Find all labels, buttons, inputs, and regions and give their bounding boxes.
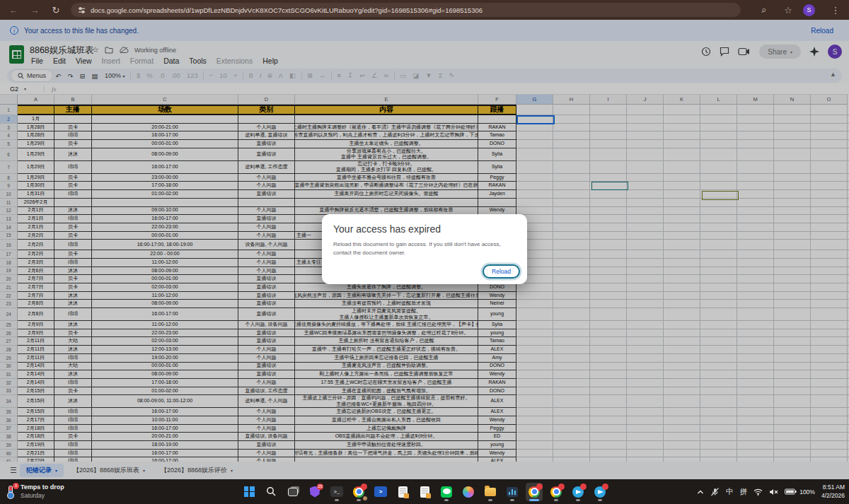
collapse-toolbar-icon[interactable]: ▲ [830, 71, 836, 78]
row-number[interactable]: 10 [0, 190, 18, 199]
cell-E6[interactable]: 分享游戏屏幕有点小，已提醒拉大。直播中 主播背景音乐过大，已提醒调整。 [295, 148, 478, 161]
cell-D21[interactable]: 直播错误 [238, 283, 295, 292]
cell-D19[interactable]: 个人问题 [238, 267, 295, 276]
cell-E28[interactable]: 直播中，主播有打哈欠一声，已提醒主播更正好状态，後续有改善。 [295, 346, 478, 354]
cell-D20[interactable]: 直播错误 [238, 275, 295, 283]
cell-F5[interactable]: DONO [478, 140, 516, 148]
cell-A21[interactable]: 2月7日 [18, 283, 54, 292]
cell-C15[interactable]: 00:00-01:00 [92, 232, 238, 240]
cell-C16[interactable]: 16:00-17:00, 18:00-19:00 [92, 240, 238, 250]
taskbar-app-chrome-profile-icon[interactable] [350, 483, 367, 501]
cell-E36[interactable]: 直播过程中，主播台面露出私人东西，已提醒收回 [295, 416, 478, 425]
row-number[interactable]: 29 [0, 354, 18, 363]
grid-empty-cells[interactable] [516, 250, 849, 259]
taskbar-clock[interactable]: 8:51 AM 4/2/2026 [821, 484, 845, 500]
menu-help[interactable]: Help [258, 56, 282, 66]
cell-B9[interactable]: 贝卡 [54, 182, 92, 190]
column-header-N[interactable]: N [774, 95, 811, 105]
grid-empty-cells[interactable] [516, 182, 849, 190]
cell-B35[interactable]: 绵绵 [54, 408, 92, 416]
undo-icon[interactable]: ↶ [52, 72, 64, 80]
taskbar-app-telegram-icon[interactable] [570, 483, 587, 501]
cell-B8[interactable]: 贝卡 [54, 174, 92, 182]
cell-A25[interactable]: 2月9日 [18, 321, 54, 329]
grid-empty-cells[interactable] [516, 370, 849, 379]
cell-F23[interactable]: Neinei [478, 300, 516, 308]
cell-D10[interactable]: 直播错误 [238, 190, 295, 199]
cell-D8[interactable]: 个人问题 [238, 174, 295, 182]
tray-expand-icon[interactable] [697, 489, 704, 495]
browser-profile-avatar[interactable]: S [803, 4, 815, 16]
cell-E24[interactable]: 上播时未开启麦克风需要提醒。主播人像授权让主播重新单次后恢复正常。 [295, 308, 478, 321]
cell-A18[interactable]: 2月3日 [18, 259, 54, 267]
cell-D29[interactable]: 个人问题 [238, 354, 295, 363]
cell-B3[interactable]: 贝卡 [54, 124, 92, 132]
cell-C27[interactable]: 02:00-03:00 [92, 337, 238, 346]
cell-B4[interactable]: 绵绵 [54, 131, 92, 140]
reload-icon[interactable]: ↻ [48, 2, 64, 18]
cell-B12[interactable]: 沐沐 [54, 207, 92, 216]
taskbar-app-shield-icon[interactable]: 25 [306, 483, 323, 501]
cell-C13[interactable]: 16:00-17:00 [92, 215, 238, 223]
grid-empty-cells[interactable] [516, 240, 849, 250]
zoom-icon[interactable]: ⌕ [756, 2, 772, 18]
grid-empty-cells[interactable] [516, 346, 849, 354]
cell-F31[interactable]: Wendy [478, 370, 516, 379]
cell-E34[interactable]: 主播迟上播三分钟 - 原因：直播码问题，已提醒主播後续留意，提前检查好。主播已报… [295, 395, 478, 408]
print-icon[interactable]: ⊟ [76, 72, 88, 80]
cell-A37[interactable]: 2月18日 [18, 425, 54, 433]
grid-empty-cells[interactable] [516, 337, 849, 346]
cell-A20[interactable]: 2月7日 [18, 275, 54, 283]
cell-D4[interactable]: 迟到早退, 直播错误 [238, 131, 295, 140]
grid-empty-cells[interactable] [516, 300, 849, 308]
cell-D12[interactable]: 个人问题 [238, 207, 295, 216]
cell-D17[interactable]: 个人问题 [238, 250, 295, 259]
taskbar-app-notepad-2-icon[interactable] [416, 483, 433, 501]
row-number[interactable]: 35 [0, 408, 18, 416]
row-number[interactable]: 15 [0, 232, 18, 240]
cell-E1[interactable]: 内容 [295, 105, 478, 115]
cell-E31[interactable]: 刚上播时人像上方露出一条黑线，已提醒主播调整后恢复正常 [295, 370, 478, 379]
column-header-B[interactable]: B [54, 95, 92, 105]
cell-E30[interactable]: 主播麦克风没声音，已提醒并协助调整。 [295, 363, 478, 371]
row-number[interactable]: 33 [0, 387, 18, 396]
cell-A30[interactable]: 2月14日 [18, 363, 54, 371]
cell-E29[interactable]: 主播中场上厕所回来忘记报备已回，已提醒主播 [295, 354, 478, 363]
cell-C29[interactable]: 19:00-20:00 [92, 354, 238, 363]
cell-F6[interactable]: Sylia [478, 148, 516, 161]
taskbar-app-copilot-icon[interactable] [460, 483, 477, 501]
cell-F22[interactable]: Wendy [478, 292, 516, 300]
row-number[interactable]: 23 [0, 300, 18, 308]
cell-C3[interactable]: 20:00-21:00 [92, 124, 238, 132]
row-number[interactable]: 24 [0, 308, 18, 321]
menu-extensions[interactable]: Extensions [212, 56, 257, 66]
bookmark-star-icon[interactable]: ☆ [780, 2, 796, 18]
cell-A13[interactable]: 2月1日 [18, 215, 54, 223]
row-number[interactable]: 19 [0, 267, 18, 276]
ime-language-icon[interactable]: 中 [726, 487, 734, 497]
cell-C9[interactable]: 17:00-18:00 [92, 182, 238, 190]
cell-B13[interactable]: 绵绵 [54, 215, 92, 223]
cell-D33[interactable]: 直播错误, 工作态度 [238, 387, 295, 396]
cell-B6[interactable]: 沐沐 [54, 148, 92, 161]
version-history-icon[interactable] [701, 47, 711, 57]
cell-C1[interactable]: 场数 [92, 105, 238, 115]
grid-empty-cells[interactable] [516, 174, 849, 182]
cell-A34[interactable]: 2月15日 [18, 395, 54, 408]
grid-empty-cells[interactable] [516, 275, 849, 283]
cell-D27[interactable]: 直播错误 [238, 337, 295, 346]
cell-A40[interactable]: 2月21日 [18, 450, 54, 458]
cell-E4[interactable]: 检查直播码以及预约，到点上播才检查，上播迟到3分钟，上播时又忘记带胸牌，下次 [295, 131, 478, 140]
cell-C36[interactable]: 10:00-11:00 [92, 416, 238, 425]
cell-D28[interactable]: 个人问题 [238, 346, 295, 354]
sheets-logo-icon[interactable] [9, 45, 24, 64]
account-avatar[interactable]: S [828, 45, 842, 59]
cell-B27[interactable]: 大咕 [54, 337, 92, 346]
cell-E10[interactable]: 主播离开岗位上厕所时忘记关闭摄像头。需提醒 [295, 190, 478, 199]
cell-A32[interactable]: 2月14日 [18, 379, 54, 387]
cell-F8[interactable]: Peggy [478, 174, 516, 182]
cell-E22[interactable]: 克风突然没声音，原因：主播刚有咳嗽先关掉一下，忘记重新打开麦，已提醒主播往后 [295, 292, 478, 300]
cell-C19[interactable]: 08:00-09:00 [92, 267, 238, 276]
dialog-reload-button[interactable]: Reload [483, 264, 520, 279]
cell-D16[interactable]: 设备问题, 个人问题 [238, 240, 295, 250]
